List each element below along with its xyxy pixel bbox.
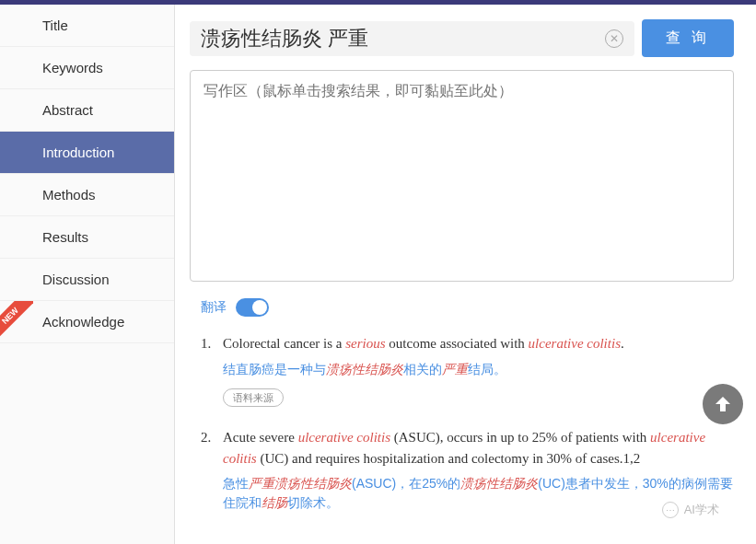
- sidebar-item-introduction[interactable]: Introduction: [0, 132, 174, 174]
- result-english: Colorectal cancer is a serious outcome a…: [223, 333, 734, 354]
- sidebar-item-discussion[interactable]: Discussion: [0, 259, 174, 301]
- sidebar-item-results[interactable]: Results: [0, 216, 174, 259]
- writing-area[interactable]: [190, 70, 734, 282]
- main-content: ✕ 查 询 翻译 1. Colorectal cancer is a serio…: [175, 5, 756, 544]
- scroll-top-button[interactable]: [703, 384, 743, 424]
- translate-toggle[interactable]: [236, 298, 269, 317]
- search-row: ✕ 查 询: [190, 19, 734, 57]
- clear-icon[interactable]: ✕: [605, 29, 623, 48]
- query-button[interactable]: 查 询: [642, 19, 734, 57]
- source-tag[interactable]: 语料来源: [223, 388, 284, 408]
- result-number: 1.: [201, 333, 223, 407]
- sidebar-item-acknowledge[interactable]: Acknowledge: [0, 301, 174, 343]
- result-item[interactable]: 1. Colorectal cancer is a serious outcom…: [201, 333, 734, 407]
- result-number: 2.: [201, 427, 223, 520]
- result-chinese: 结直肠癌是一种与溃疡性结肠炎相关的严重结局。: [223, 360, 734, 379]
- translate-label: 翻译: [201, 299, 227, 316]
- search-box: ✕: [190, 21, 634, 56]
- result-english: Acute severe ulcerative colitis (ASUC), …: [223, 427, 734, 469]
- arrow-up-icon: [712, 393, 734, 415]
- sidebar-item-abstract[interactable]: Abstract: [0, 89, 174, 132]
- result-item[interactable]: 2. Acute severe ulcerative colitis (ASUC…: [201, 427, 734, 520]
- sidebar: Title Keywords Abstract Introduction Met…: [0, 5, 175, 544]
- search-input[interactable]: [201, 27, 598, 51]
- sidebar-item-methods[interactable]: Methods: [0, 174, 174, 216]
- sidebar-item-keywords[interactable]: Keywords: [0, 47, 174, 89]
- translate-row: 翻译: [190, 298, 734, 317]
- results-list: 1. Colorectal cancer is a serious outcom…: [190, 333, 734, 520]
- sidebar-item-title[interactable]: Title: [0, 5, 174, 47]
- result-chinese: 急性严重溃疡性结肠炎(ASUC)，在25%的溃疡性结肠炎(UC)患者中发生，30…: [223, 474, 734, 513]
